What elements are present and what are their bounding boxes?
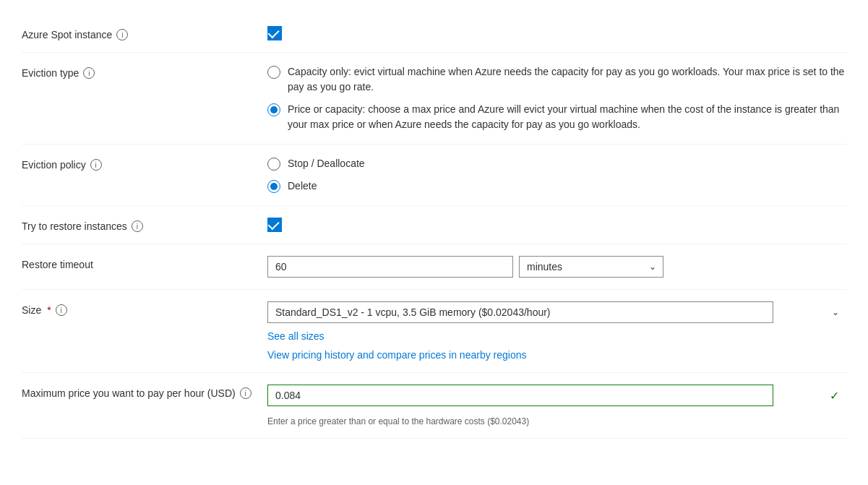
eviction-policy-stop-deallocate-option[interactable]: Stop / Deallocate bbox=[267, 156, 846, 171]
azure-spot-instance-text: Azure Spot instance bbox=[22, 29, 112, 40]
azure-spot-instance-label: Azure Spot instance i bbox=[22, 26, 267, 40]
eviction-policy-label: Eviction policy i bbox=[22, 156, 267, 171]
eviction-type-text: Eviction type bbox=[22, 67, 79, 79]
size-control: Standard_DS1_v2 - 1 vcpu, 3.5 GiB memory… bbox=[267, 301, 846, 361]
eviction-type-capacity-only-option[interactable]: Capacity only: evict virtual machine whe… bbox=[267, 64, 846, 95]
eviction-policy-delete-radio[interactable] bbox=[267, 180, 280, 193]
restore-timeout-row: Restore timeout minutes hours days ⌄ bbox=[22, 244, 846, 290]
eviction-type-label: Eviction type i bbox=[22, 64, 267, 79]
eviction-policy-stop-deallocate-text: Stop / Deallocate bbox=[288, 156, 365, 171]
try-to-restore-info-icon[interactable]: i bbox=[132, 220, 143, 232]
size-text: Size bbox=[22, 304, 41, 316]
restore-timeout-unit-select[interactable]: minutes hours days bbox=[519, 256, 663, 278]
restore-timeout-text: Restore timeout bbox=[22, 259, 93, 270]
size-required-asterisk: * bbox=[47, 304, 51, 316]
size-chevron-down-icon: ⌄ bbox=[832, 307, 839, 317]
eviction-policy-text: Eviction policy bbox=[22, 159, 86, 171]
eviction-type-price-capacity-option[interactable]: Price or capacity: choose a max price an… bbox=[267, 102, 846, 132]
restore-timeout-control: minutes hours days ⌄ bbox=[267, 256, 846, 278]
restore-timeout-unit-wrapper: minutes hours days ⌄ bbox=[519, 256, 663, 278]
eviction-type-price-capacity-radio[interactable] bbox=[267, 103, 280, 116]
eviction-type-info-icon[interactable]: i bbox=[83, 67, 95, 79]
maximum-price-control: ✓ Enter a price greater than or equal to… bbox=[267, 385, 846, 426]
try-to-restore-checkbox[interactable] bbox=[267, 218, 282, 232]
pricing-history-link[interactable]: View pricing history and compare prices … bbox=[267, 349, 846, 361]
eviction-type-row: Eviction type i Capacity only: evict vir… bbox=[22, 53, 846, 145]
size-select-wrapper: Standard_DS1_v2 - 1 vcpu, 3.5 GiB memory… bbox=[267, 301, 846, 323]
azure-spot-instance-row: Azure Spot instance i bbox=[22, 14, 846, 53]
restore-timeout-label: Restore timeout bbox=[22, 256, 267, 270]
try-to-restore-row: Try to restore instances i bbox=[22, 206, 846, 244]
eviction-policy-row: Eviction policy i Stop / Deallocate Dele… bbox=[22, 145, 846, 206]
eviction-policy-delete-option[interactable]: Delete bbox=[267, 179, 846, 194]
eviction-type-control: Capacity only: evict virtual machine whe… bbox=[267, 64, 846, 132]
eviction-policy-delete-radio-inner bbox=[270, 183, 278, 190]
maximum-price-input[interactable] bbox=[267, 385, 773, 406]
eviction-policy-delete-text: Delete bbox=[288, 179, 317, 194]
maximum-price-hint: Enter a price greater than or equal to t… bbox=[267, 416, 846, 426]
size-label: Size * i bbox=[22, 301, 267, 316]
size-select[interactable]: Standard_DS1_v2 - 1 vcpu, 3.5 GiB memory… bbox=[267, 301, 773, 323]
restore-timeout-input[interactable] bbox=[267, 256, 513, 278]
maximum-price-text: Maximum price you want to pay per hour (… bbox=[22, 387, 236, 399]
eviction-type-price-capacity-radio-inner bbox=[270, 106, 278, 113]
eviction-policy-stop-deallocate-radio[interactable] bbox=[267, 158, 280, 171]
maximum-price-input-wrapper: ✓ bbox=[267, 385, 846, 406]
size-info-icon[interactable]: i bbox=[56, 304, 67, 316]
maximum-price-info-icon[interactable]: i bbox=[240, 387, 252, 399]
eviction-type-capacity-only-radio[interactable] bbox=[267, 66, 280, 79]
try-to-restore-label: Try to restore instances i bbox=[22, 218, 267, 232]
azure-spot-instance-info-icon[interactable]: i bbox=[116, 29, 128, 40]
try-to-restore-text: Try to restore instances bbox=[22, 220, 127, 232]
check-icon: ✓ bbox=[830, 389, 839, 403]
azure-spot-instance-control bbox=[267, 26, 846, 40]
eviction-type-capacity-only-text: Capacity only: evict virtual machine whe… bbox=[288, 64, 846, 95]
try-to-restore-control bbox=[267, 218, 846, 232]
eviction-policy-info-icon[interactable]: i bbox=[90, 159, 102, 171]
maximum-price-label: Maximum price you want to pay per hour (… bbox=[22, 385, 267, 399]
see-all-sizes-link[interactable]: See all sizes bbox=[267, 330, 846, 342]
restore-timeout-inputs: minutes hours days ⌄ bbox=[267, 256, 846, 278]
maximum-price-row: Maximum price you want to pay per hour (… bbox=[22, 373, 846, 439]
size-row: Size * i Standard_DS1_v2 - 1 vcpu, 3.5 G… bbox=[22, 290, 846, 373]
azure-spot-instance-checkbox[interactable] bbox=[267, 26, 282, 40]
eviction-policy-control: Stop / Deallocate Delete bbox=[267, 156, 846, 194]
eviction-type-price-capacity-text: Price or capacity: choose a max price an… bbox=[288, 102, 846, 132]
